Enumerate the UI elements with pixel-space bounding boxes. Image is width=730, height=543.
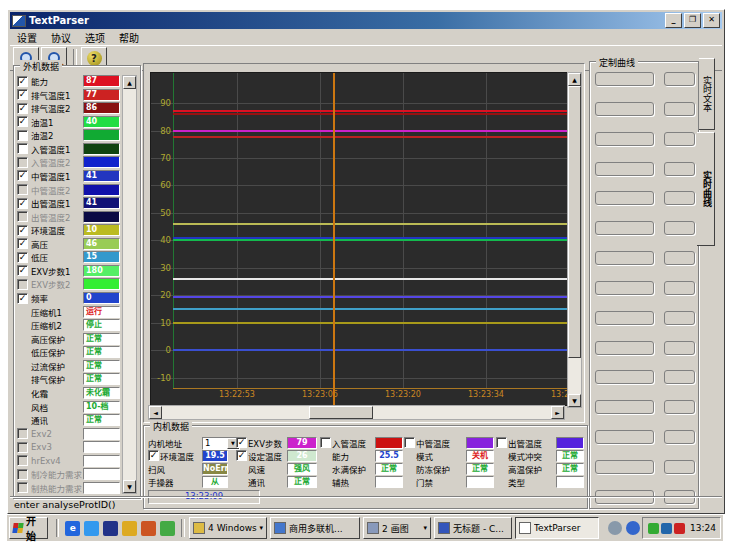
curve-name-field[interactable] [595,102,654,116]
globe-icon[interactable] [84,521,99,536]
curve-name-field[interactable] [595,370,654,384]
checkbox[interactable] [17,184,28,195]
checkbox[interactable]: ✓ [17,116,28,127]
checkbox[interactable]: ✓ [236,437,247,448]
mail-icon[interactable] [122,521,137,536]
checkbox[interactable] [404,437,415,448]
curve-value-field[interactable] [664,221,695,235]
menu-item-3[interactable]: 选项 [78,29,112,46]
menu-item-4[interactable]: 帮助 [112,29,146,46]
checkbox[interactable]: ✓ [17,89,28,100]
trend-chart[interactable]: 9080706050403020100-1013:22:5313:23:0613… [150,72,571,406]
tab-实时文本[interactable]: 实时文本 [699,58,715,130]
messenger-icon[interactable] [103,521,118,536]
monitor-icon[interactable] [661,523,672,534]
u-ball-icon[interactable] [626,521,640,535]
curve-name-field[interactable] [595,251,654,265]
close-button[interactable]: ✕ [703,13,720,28]
hand-icon[interactable] [608,521,622,535]
checkbox[interactable] [17,143,28,154]
checkbox[interactable] [17,455,28,466]
curve-value-field[interactable] [664,341,695,355]
chart-scroll-down-icon[interactable]: ▼ [568,394,581,407]
curve-name-field[interactable] [595,341,654,355]
curve-value-field[interactable] [664,162,695,176]
taskbar-button-4[interactable]: 无标题 - C... [434,517,512,539]
checkbox[interactable] [17,428,28,439]
taskbar-button-5[interactable]: TextParser [515,517,599,539]
checkbox[interactable] [320,437,331,448]
curve-name-field[interactable] [595,281,654,295]
curve-value-field[interactable] [664,400,695,414]
series-line-内机风速 [173,130,570,132]
checkbox[interactable] [17,211,28,222]
lock-icon[interactable] [141,521,156,536]
custom-curve-row [593,311,695,324]
chart-hscroll-thumb[interactable] [309,406,373,419]
curve-value-field[interactable] [664,430,695,444]
checkbox[interactable]: ✓ [17,198,28,209]
custom-curve-row [593,132,695,145]
curve-name-field[interactable] [595,221,654,235]
curve-name-field[interactable] [595,400,654,414]
chart-vscroll-thumb[interactable] [568,86,581,358]
curve-value-field[interactable] [664,460,695,474]
title-bar[interactable]: TextParser _ ❐ ✕ [10,12,722,29]
start-button[interactable]: 开始 [9,517,48,539]
taskbar-button-3[interactable]: 2 画图▾ [363,517,431,539]
chart-scroll-up-icon[interactable]: ▲ [568,73,581,86]
checkbox[interactable]: ✓ [17,293,28,304]
curve-value-field[interactable] [664,132,695,146]
curve-name-field[interactable] [595,460,654,474]
scroll-up-icon[interactable]: ▲ [123,76,136,89]
curve-value-field[interactable] [664,281,695,295]
checkbox[interactable] [17,442,28,453]
curve-value-field[interactable] [664,102,695,116]
checkbox[interactable]: ✓ [17,265,28,276]
curve-value-field[interactable] [664,311,695,325]
curve-value-field[interactable] [664,370,695,384]
curve-name-field[interactable] [595,132,654,146]
taskbar-button-1[interactable]: 4 Windows ...▾ [189,517,267,539]
checkbox[interactable]: ✓ [17,238,28,249]
chart-horizontal-scrollbar[interactable]: ◄ ► [148,405,565,420]
checkbox[interactable]: ✓ [236,450,247,461]
network-icon[interactable] [648,523,659,534]
curve-name-field[interactable] [595,311,654,325]
menu-item-2[interactable]: 协议 [44,29,78,46]
curve-name-field[interactable] [595,162,654,176]
curve-name-field[interactable] [595,430,654,444]
chart-scroll-right-icon[interactable]: ► [551,406,564,419]
checkbox[interactable] [17,469,28,480]
checkbox[interactable]: ✓ [148,450,159,461]
time-cursor[interactable] [333,73,335,405]
checkbox[interactable]: ✓ [17,252,28,263]
minimize-button[interactable]: _ [665,13,682,28]
media-icon[interactable] [160,521,175,536]
checkbox[interactable]: ✓ [17,225,28,236]
antivirus-icon[interactable] [674,523,685,534]
sidebar-scrollbar[interactable]: ▲ ▼ [122,75,137,494]
restore-button[interactable]: ❐ [684,13,701,28]
taskbar-button-2[interactable]: 商用多联机... [270,517,360,539]
checkbox[interactable] [496,437,507,448]
curve-value-field[interactable] [664,72,695,86]
checkbox[interactable]: ✓ [17,103,28,114]
curve-name-field[interactable] [595,191,654,205]
curve-value-field[interactable] [664,251,695,265]
ie-icon[interactable]: e [65,521,80,536]
checkbox[interactable]: ✓ [17,170,28,181]
checkbox[interactable] [17,482,28,493]
scroll-down-icon[interactable]: ▼ [123,480,136,493]
checkbox[interactable] [17,130,28,141]
checkbox[interactable] [17,157,28,168]
checkbox[interactable]: ✓ [17,76,28,87]
curve-value-field[interactable] [664,191,695,205]
menu-item-1[interactable]: 设置 [10,29,44,46]
curve-name-field[interactable] [595,72,654,86]
chart-scroll-left-icon[interactable]: ◄ [149,406,162,419]
indoor-address-select[interactable]: 1 ▼ [202,437,240,450]
chart-vertical-scrollbar[interactable]: ▲ ▼ [567,72,582,408]
tab-实时曲线[interactable]: 实时曲线 [697,132,715,246]
checkbox[interactable] [17,279,28,290]
